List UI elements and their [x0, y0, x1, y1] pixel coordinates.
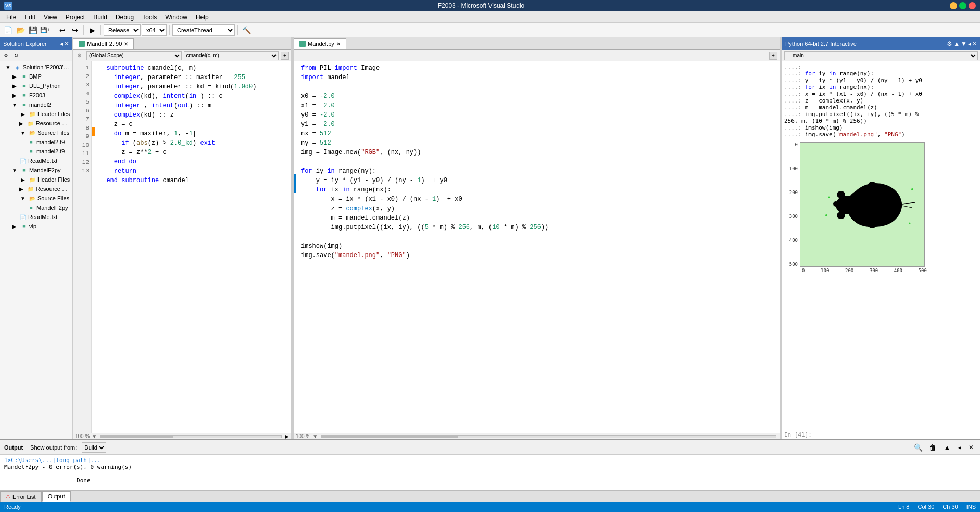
python-pane-btn2[interactable]: ▲ — [953, 40, 960, 47]
tree-mandelf2py-label: MandelF2py — [29, 167, 61, 173]
output-link-line: 1>C:\Users\...[long path]... — [4, 457, 976, 464]
solution-icon: ◈ — [14, 63, 22, 71]
tab-output[interactable]: Output — [42, 491, 71, 502]
python-code-content[interactable]: from PIL import Image import mandel x0 =… — [297, 61, 780, 433]
python-pane-pin[interactable]: ◂ — [968, 41, 971, 47]
fortran-member-select[interactable]: cmandel(c, m) — [184, 51, 279, 60]
output-pin[interactable]: ◂ — [956, 444, 963, 451]
tab-mandelf2-label: MandelF2.f90 — [87, 41, 122, 47]
python-hscroll-thumb — [321, 436, 458, 438]
menu-file[interactable]: File — [2, 12, 20, 22]
ipy-line-7: ....: m = mandel.cmandel(z) — [784, 104, 978, 111]
menu-project[interactable]: Project — [61, 12, 89, 22]
fortran-code-content[interactable]: subroutine cmandel(c, m) integer, parame… — [95, 61, 291, 433]
menu-edit[interactable]: Edit — [20, 12, 40, 22]
python-expand-button[interactable]: + — [769, 52, 777, 60]
start-debug-button[interactable]: ▶ — [86, 24, 98, 36]
tab-mandelf2[interactable]: MandelF2.f90 ✕ — [73, 38, 134, 49]
tree-mf2py-readme-label: ReadMe.txt — [28, 214, 57, 220]
tree-mf2py-sources[interactable]: ▼ 📂 Source Files — [0, 194, 72, 203]
tab-error-list[interactable]: ⚠ Error List — [0, 491, 42, 502]
output-toolbar-btn1[interactable]: 🔍 — [912, 442, 924, 453]
fortran-hscrollbar[interactable] — [100, 435, 282, 438]
output-toolbar-btn2[interactable]: 🗑 — [927, 442, 938, 453]
fortran-scope-select[interactable]: (Global Scope) — [86, 51, 182, 60]
minimize-button[interactable] — [950, 2, 957, 9]
python-hscrollbar[interactable] — [321, 435, 776, 438]
x-axis-labels: 0 100 200 300 400 500 — [802, 267, 927, 273]
tree-mf2py-headers[interactable]: ▶ 📁 Header Files — [0, 175, 72, 184]
menu-help[interactable]: Help — [192, 12, 213, 22]
svg-point-3 — [868, 182, 876, 189]
tree-vip[interactable]: ▶ ■ vip — [0, 222, 72, 231]
tree-bmp[interactable]: ▶ ■ BMP — [0, 72, 72, 81]
fortran-code-area[interactable]: 12345 678910 111213 — [73, 61, 291, 433]
tab-mandel-py[interactable]: Mandel.py ✕ — [294, 38, 346, 49]
output-panel: Output Show output from: Build 🔍 🗑 ▲ ◂ ✕… — [0, 439, 980, 502]
menu-build[interactable]: Build — [89, 12, 111, 22]
readme-icon-1: 📄 — [19, 157, 27, 165]
python-input[interactable] — [814, 431, 978, 438]
output-tabs: ⚠ Error List Output — [0, 490, 980, 502]
redo-button[interactable]: ↪ — [69, 24, 81, 36]
build-button[interactable]: 🔨 — [241, 24, 252, 36]
menu-tools[interactable]: Tools — [138, 12, 161, 22]
python-zoom-icon[interactable]: ▼ — [312, 433, 318, 439]
loop-indicator-2 — [294, 183, 296, 193]
python-input-line: In [41]: — [782, 430, 980, 439]
python-code-area[interactable]: from PIL import Image import mandel x0 =… — [294, 61, 780, 433]
tree-mandel2-sources[interactable]: ▼ 📂 Source Files — [0, 128, 72, 137]
target-dropdown[interactable]: CreateThread — [172, 24, 235, 36]
solution-explorer-pin[interactable]: ◂ — [60, 40, 63, 47]
fortran-expand-button[interactable]: + — [281, 52, 289, 60]
maximize-button[interactable] — [959, 2, 966, 9]
tree-mandelf2py[interactable]: ▼ ■ MandelF2py — [0, 165, 72, 175]
tree-mf2py-readme[interactable]: 📄 ReadMe.txt — [0, 212, 72, 222]
save-button[interactable]: 💾 — [27, 24, 39, 36]
solution-explorer-title: Solution Explorer — [3, 41, 47, 47]
tree-mf2py-file[interactable]: ■ MandelF2py — [0, 203, 72, 212]
menu-view[interactable]: View — [40, 12, 61, 22]
save-all-button[interactable]: 💾+ — [40, 24, 51, 36]
tree-solution[interactable]: ▼ ◈ Solution 'F2003' (6 pr — [0, 62, 72, 72]
tab-mandel-py-label: Mandel.py — [308, 41, 334, 47]
se-properties-button[interactable]: ⚙ — [1, 51, 10, 60]
menu-window[interactable]: Window — [161, 12, 192, 22]
tree-mandel2-readme[interactable]: 📄 ReadMe.txt — [0, 156, 72, 165]
output-link[interactable]: 1>C:\Users\...[long path]... — [4, 457, 100, 464]
output-source-select[interactable]: Build — [82, 442, 106, 453]
python-pane-btn1[interactable]: ⚙ — [947, 40, 952, 47]
tree-dllpython[interactable]: ▶ ■ DLL_Python — [0, 81, 72, 91]
fortran-editor: MandelF2.f90 ✕ ⚙ (Global Scope) cmandel(… — [73, 37, 292, 439]
open-file-button[interactable]: 📂 — [15, 24, 26, 36]
tree-mf2py-resources[interactable]: ▶ 📁 Resource Files — [0, 184, 72, 194]
configuration-dropdown[interactable]: Release — [104, 24, 141, 36]
output-done-line: -------------------- Done --------------… — [4, 477, 976, 484]
tree-f2003[interactable]: ▶ ■ F2003 — [0, 91, 72, 100]
tab-mandel-py-close[interactable]: ✕ — [336, 41, 341, 47]
solution-explorer-close[interactable]: ✕ — [64, 40, 69, 47]
output-close[interactable]: ✕ — [966, 444, 976, 451]
platform-dropdown[interactable]: x64 — [142, 24, 167, 36]
python-pane-close[interactable]: ✕ — [972, 41, 977, 47]
python-pane-btn3[interactable]: ▼ — [961, 40, 967, 47]
ipy-line-8: ....: img.putpixel((ix, iy), ((5 * m) % — [784, 111, 978, 118]
se-refresh-button[interactable]: ↻ — [11, 51, 21, 60]
tab-mandelf2-close[interactable]: ✕ — [124, 41, 128, 47]
undo-button[interactable]: ↩ — [57, 24, 68, 36]
menu-debug[interactable]: Debug — [111, 12, 138, 22]
tree-mandel2-file1[interactable]: ■ mandel2.f9 — [0, 137, 72, 147]
fortran-scroll-right[interactable]: ▶ — [285, 433, 289, 439]
tree-mandel2-file2[interactable]: ■ mandel2.f9 — [0, 147, 72, 156]
tree-mandel2-file2-label: mandel2.f9 — [36, 148, 65, 155]
fortran-zoom-icon[interactable]: ▼ — [92, 433, 97, 439]
mandel2-resources-expand-icon: ▶ — [17, 119, 26, 127]
python-scope-select[interactable]: __main__ — [784, 51, 978, 60]
tree-mandel2-resources[interactable]: ▶ 📁 Resource Files — [0, 119, 72, 128]
tree-mandel2-headers[interactable]: ▶ 📁 Header Files — [0, 109, 72, 119]
new-file-button[interactable]: 📄 — [2, 24, 14, 36]
tree-mandel2[interactable]: ▼ ■ mandel2 — [0, 100, 72, 109]
separator-3 — [100, 25, 101, 35]
close-button[interactable] — [969, 2, 976, 9]
output-collapse-button[interactable]: ▲ — [941, 442, 953, 453]
